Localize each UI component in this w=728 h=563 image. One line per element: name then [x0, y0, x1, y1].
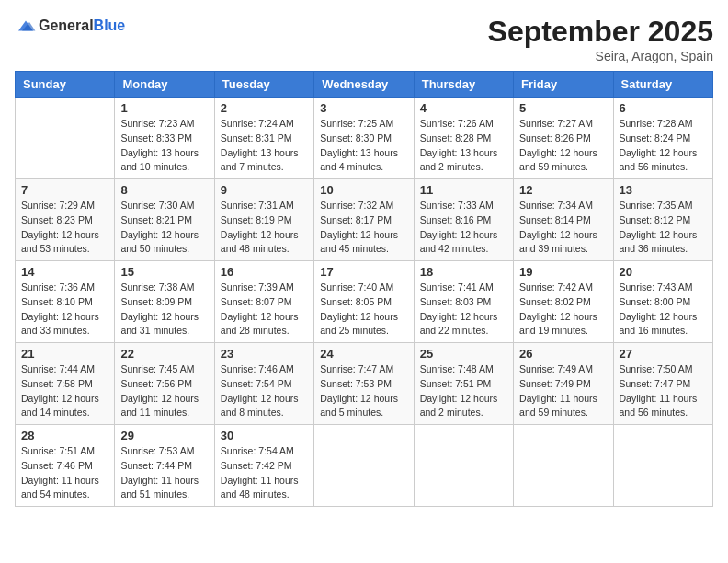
day-number: 4 [420, 101, 507, 115]
logo-blue-text: Blue [94, 17, 126, 34]
day-info: Sunrise: 7:47 AMSunset: 7:53 PMDaylight:… [320, 362, 407, 420]
day-number: 9 [221, 183, 308, 197]
day-number: 24 [320, 347, 407, 361]
day-number: 6 [620, 101, 707, 115]
day-info: Sunrise: 7:25 AMSunset: 8:30 PMDaylight:… [320, 117, 407, 175]
day-number: 26 [519, 347, 607, 361]
weekday-header-thursday: Thursday [414, 72, 513, 98]
calendar-cell: 29Sunrise: 7:53 AMSunset: 7:44 PMDayligh… [115, 425, 214, 507]
calendar-cell: 26Sunrise: 7:49 AMSunset: 7:49 PMDayligh… [514, 343, 613, 425]
calendar-cell: 5Sunrise: 7:27 AMSunset: 8:26 PMDaylight… [514, 98, 613, 179]
calendar-cell: 21Sunrise: 7:44 AMSunset: 7:58 PMDayligh… [16, 343, 115, 425]
day-info: Sunrise: 7:40 AMSunset: 8:05 PMDaylight:… [320, 281, 407, 339]
calendar-week-3: 14Sunrise: 7:36 AMSunset: 8:10 PMDayligh… [16, 261, 713, 343]
day-info: Sunrise: 7:30 AMSunset: 8:21 PMDaylight:… [120, 199, 208, 257]
day-number: 28 [21, 429, 108, 442]
day-info: Sunrise: 7:53 AMSunset: 7:44 PMDaylight:… [120, 444, 208, 502]
day-number: 27 [620, 347, 707, 361]
day-info: Sunrise: 7:42 AMSunset: 8:02 PMDaylight:… [519, 281, 607, 339]
calendar-week-1: 1Sunrise: 7:23 AMSunset: 8:33 PMDaylight… [16, 98, 713, 179]
day-number: 2 [221, 101, 308, 115]
calendar-cell: 23Sunrise: 7:46 AMSunset: 7:54 PMDayligh… [214, 343, 313, 425]
day-number: 15 [120, 265, 208, 279]
weekday-header-tuesday: Tuesday [214, 72, 313, 98]
calendar-cell [314, 425, 414, 507]
day-number: 10 [320, 183, 407, 197]
logo: GeneralBlue [15, 15, 125, 37]
calendar-cell: 14Sunrise: 7:36 AMSunset: 8:10 PMDayligh… [16, 261, 115, 343]
calendar-cell: 10Sunrise: 7:32 AMSunset: 8:17 PMDayligh… [314, 179, 414, 261]
day-number: 17 [320, 265, 407, 279]
calendar-cell: 12Sunrise: 7:34 AMSunset: 8:14 PMDayligh… [514, 179, 613, 261]
day-number: 14 [21, 265, 108, 279]
calendar-cell: 22Sunrise: 7:45 AMSunset: 7:56 PMDayligh… [115, 343, 214, 425]
calendar-week-2: 7Sunrise: 7:29 AMSunset: 8:23 PMDaylight… [16, 179, 713, 261]
logo-general-text: General [39, 17, 94, 34]
title-block: September 2025 Seira, Aragon, Spain [488, 15, 713, 63]
day-info: Sunrise: 7:36 AMSunset: 8:10 PMDaylight:… [21, 281, 108, 339]
day-number: 18 [420, 265, 507, 279]
day-number: 11 [420, 183, 507, 197]
weekday-header-sunday: Sunday [16, 72, 115, 98]
day-number: 22 [120, 347, 208, 361]
day-info: Sunrise: 7:34 AMSunset: 8:14 PMDaylight:… [519, 199, 607, 257]
day-number: 20 [620, 265, 707, 279]
day-info: Sunrise: 7:49 AMSunset: 7:49 PMDaylight:… [519, 362, 607, 420]
day-number: 12 [519, 183, 607, 197]
calendar-cell: 30Sunrise: 7:54 AMSunset: 7:42 PMDayligh… [214, 425, 313, 507]
calendar-cell [613, 425, 712, 507]
day-info: Sunrise: 7:33 AMSunset: 8:16 PMDaylight:… [420, 199, 507, 257]
calendar-cell: 1Sunrise: 7:23 AMSunset: 8:33 PMDaylight… [115, 98, 214, 179]
calendar-cell: 17Sunrise: 7:40 AMSunset: 8:05 PMDayligh… [314, 261, 414, 343]
day-info: Sunrise: 7:46 AMSunset: 7:54 PMDaylight:… [221, 362, 308, 420]
day-info: Sunrise: 7:26 AMSunset: 8:28 PMDaylight:… [420, 117, 507, 175]
month-title: September 2025 [488, 15, 713, 49]
day-number: 7 [21, 183, 108, 197]
weekday-header-row: SundayMondayTuesdayWednesdayThursdayFrid… [16, 72, 713, 98]
day-info: Sunrise: 7:43 AMSunset: 8:00 PMDaylight:… [620, 281, 707, 339]
day-number: 21 [21, 347, 108, 361]
calendar-cell [414, 425, 513, 507]
calendar-week-5: 28Sunrise: 7:51 AMSunset: 7:46 PMDayligh… [16, 425, 713, 507]
day-info: Sunrise: 7:48 AMSunset: 7:51 PMDaylight:… [420, 362, 507, 420]
day-number: 13 [620, 183, 707, 197]
calendar-cell: 20Sunrise: 7:43 AMSunset: 8:00 PMDayligh… [613, 261, 712, 343]
calendar-table: SundayMondayTuesdayWednesdayThursdayFrid… [15, 71, 713, 507]
day-info: Sunrise: 7:39 AMSunset: 8:07 PMDaylight:… [221, 281, 308, 339]
day-info: Sunrise: 7:23 AMSunset: 8:33 PMDaylight:… [120, 117, 208, 175]
calendar-cell: 4Sunrise: 7:26 AMSunset: 8:28 PMDaylight… [414, 98, 513, 179]
day-info: Sunrise: 7:24 AMSunset: 8:31 PMDaylight:… [221, 117, 308, 175]
calendar-cell: 7Sunrise: 7:29 AMSunset: 8:23 PMDaylight… [16, 179, 115, 261]
day-info: Sunrise: 7:45 AMSunset: 7:56 PMDaylight:… [120, 362, 208, 420]
day-info: Sunrise: 7:29 AMSunset: 8:23 PMDaylight:… [21, 199, 108, 257]
calendar-cell: 18Sunrise: 7:41 AMSunset: 8:03 PMDayligh… [414, 261, 513, 343]
day-number: 8 [120, 183, 208, 197]
day-number: 30 [221, 429, 308, 442]
calendar-week-4: 21Sunrise: 7:44 AMSunset: 7:58 PMDayligh… [16, 343, 713, 425]
weekday-header-monday: Monday [115, 72, 214, 98]
day-number: 25 [420, 347, 507, 361]
calendar-cell: 15Sunrise: 7:38 AMSunset: 8:09 PMDayligh… [115, 261, 214, 343]
day-info: Sunrise: 7:27 AMSunset: 8:26 PMDaylight:… [519, 117, 607, 175]
day-info: Sunrise: 7:51 AMSunset: 7:46 PMDaylight:… [21, 444, 108, 502]
day-info: Sunrise: 7:28 AMSunset: 8:24 PMDaylight:… [620, 117, 707, 175]
page-header: GeneralBlue September 2025 Seira, Aragon… [15, 15, 713, 63]
calendar-cell [16, 98, 115, 179]
calendar-cell: 13Sunrise: 7:35 AMSunset: 8:12 PMDayligh… [613, 179, 712, 261]
day-info: Sunrise: 7:32 AMSunset: 8:17 PMDaylight:… [320, 199, 407, 257]
day-info: Sunrise: 7:54 AMSunset: 7:42 PMDaylight:… [221, 444, 308, 502]
day-number: 5 [519, 101, 607, 115]
calendar-cell: 3Sunrise: 7:25 AMSunset: 8:30 PMDaylight… [314, 98, 414, 179]
location: Seira, Aragon, Spain [488, 49, 713, 63]
day-number: 1 [120, 101, 208, 115]
weekday-header-saturday: Saturday [613, 72, 712, 98]
day-info: Sunrise: 7:50 AMSunset: 7:47 PMDaylight:… [620, 362, 707, 420]
weekday-header-wednesday: Wednesday [314, 72, 414, 98]
weekday-header-friday: Friday [514, 72, 613, 98]
calendar-cell: 25Sunrise: 7:48 AMSunset: 7:51 PMDayligh… [414, 343, 513, 425]
calendar-cell: 2Sunrise: 7:24 AMSunset: 8:31 PMDaylight… [214, 98, 313, 179]
day-number: 19 [519, 265, 607, 279]
day-info: Sunrise: 7:41 AMSunset: 8:03 PMDaylight:… [420, 281, 507, 339]
day-number: 29 [120, 429, 208, 442]
day-info: Sunrise: 7:31 AMSunset: 8:19 PMDaylight:… [221, 199, 308, 257]
